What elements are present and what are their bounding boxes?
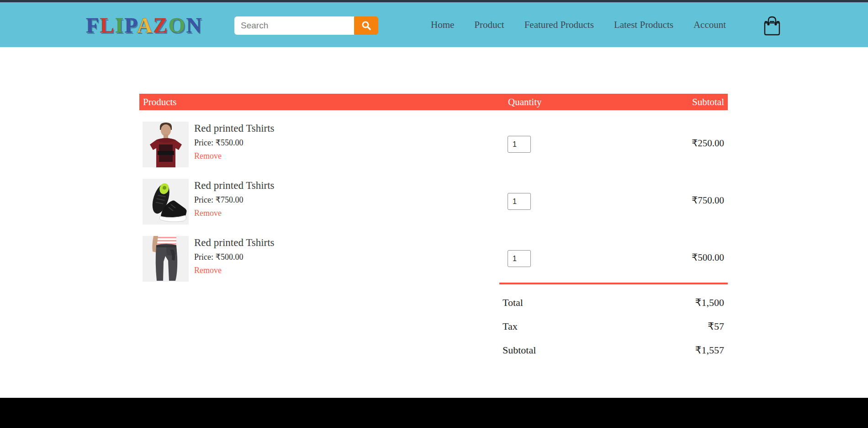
- nav-link-latest-products[interactable]: Latest Products: [614, 19, 673, 31]
- logo-letter: A: [137, 13, 153, 37]
- header-quantity: Quantity: [508, 94, 542, 110]
- logo-letter: Z: [153, 13, 169, 37]
- search-icon: [361, 20, 372, 31]
- product-image-red-tshirt: [143, 122, 189, 167]
- product-title: Red printed Tshirts: [194, 180, 275, 192]
- summary-value: ₹1,557: [695, 345, 725, 356]
- search-input[interactable]: [234, 16, 354, 35]
- cart-row: Red printed Tshirts Price: ₹500.00 Remov…: [139, 236, 728, 282]
- search-form: [234, 16, 378, 35]
- remove-link[interactable]: Remove: [194, 266, 222, 275]
- logo-letter: L: [100, 13, 115, 37]
- logo-letter: F: [86, 13, 100, 37]
- nav-links: Home Product Featured Products Latest Pr…: [431, 2, 726, 47]
- product-info: Red printed Tshirts Price: ₹500.00 Remov…: [194, 237, 275, 275]
- summary-divider: [499, 283, 728, 284]
- search-button[interactable]: [354, 16, 378, 35]
- cart-summary: Total ₹1,500 Tax ₹57 Subtotal ₹1,557: [499, 283, 728, 356]
- header-products: Products: [139, 96, 177, 107]
- cart-table: Products Quantity Subtotal Red printed T…: [139, 94, 728, 282]
- nav-link-featured-products[interactable]: Featured Products: [524, 19, 594, 31]
- product-title: Red printed Tshirts: [194, 123, 275, 134]
- nav-link-home[interactable]: Home: [431, 19, 454, 31]
- remove-link[interactable]: Remove: [194, 151, 222, 161]
- shopping-bag-icon[interactable]: [762, 15, 782, 36]
- nav-link-product[interactable]: Product: [474, 19, 504, 31]
- product-price: Price: ₹550.00: [194, 138, 275, 148]
- navbar: FLIPAZON Home Product Featured Products …: [0, 2, 868, 47]
- summary-label: Total: [503, 297, 523, 308]
- product-image-grey-joggers: [143, 236, 189, 282]
- product-info: Red printed Tshirts Price: ₹550.00 Remov…: [194, 123, 275, 161]
- logo-letter: P: [124, 13, 137, 37]
- row-subtotal: ₹250.00: [692, 138, 724, 149]
- product-info: Red printed Tshirts Price: ₹750.00 Remov…: [194, 180, 275, 218]
- cart-row: Red printed Tshirts Price: ₹550.00 Remov…: [139, 122, 728, 167]
- logo-letter: I: [115, 13, 124, 37]
- product-image-black-sneakers: [143, 179, 189, 225]
- summary-value: ₹57: [708, 321, 724, 332]
- summary-row-tax: Tax ₹57: [499, 321, 728, 332]
- product-title: Red printed Tshirts: [194, 237, 275, 249]
- summary-label: Subtotal: [503, 345, 536, 356]
- product-price: Price: ₹500.00: [194, 252, 275, 262]
- logo-letter: N: [186, 13, 202, 37]
- cart-row: Red printed Tshirts Price: ₹750.00 Remov…: [139, 179, 728, 225]
- row-subtotal: ₹750.00: [692, 195, 724, 206]
- site-logo[interactable]: FLIPAZON: [86, 11, 202, 39]
- logo-letter: O: [169, 13, 186, 37]
- product-price: Price: ₹750.00: [194, 195, 275, 205]
- summary-value: ₹1,500: [695, 297, 725, 308]
- nav-link-account[interactable]: Account: [693, 19, 726, 31]
- quantity-input[interactable]: [508, 250, 531, 267]
- footer: [0, 398, 868, 428]
- header-subtotal: Subtotal: [692, 94, 724, 110]
- summary-row-subtotal: Subtotal ₹1,557: [499, 345, 728, 356]
- remove-link[interactable]: Remove: [194, 209, 222, 218]
- quantity-input[interactable]: [508, 136, 531, 153]
- cart-table-header: Products Quantity Subtotal: [139, 94, 728, 110]
- row-subtotal: ₹500.00: [692, 252, 724, 263]
- quantity-input[interactable]: [508, 193, 531, 210]
- summary-label: Tax: [503, 321, 518, 332]
- summary-row-total: Total ₹1,500: [499, 297, 728, 308]
